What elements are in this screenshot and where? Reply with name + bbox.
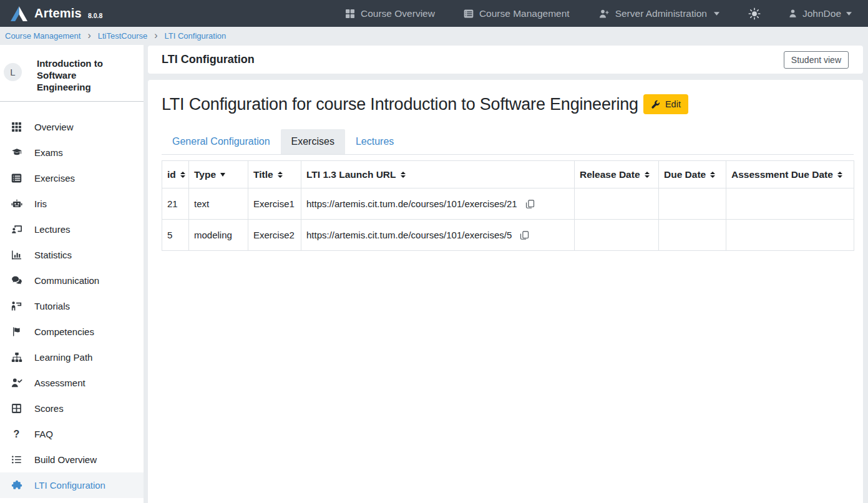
tab-general-configuration[interactable]: General Configuration [162, 129, 281, 154]
sidebar-item-label: Scores [34, 403, 64, 414]
artemis-logo-icon [10, 6, 28, 22]
column-label: Title [253, 169, 273, 180]
sidebar-item-communication[interactable]: Communication [0, 268, 144, 293]
wrench-icon [651, 100, 660, 109]
list-ul-icon [10, 454, 23, 465]
comments-icon [10, 275, 23, 286]
column-label: Release Date [580, 169, 640, 180]
table-cells-large-icon [345, 9, 355, 19]
nav-server-administration[interactable]: Server Administration [598, 8, 719, 19]
sidebar-item-learning-path[interactable]: Learning Path [0, 344, 144, 370]
sidebar-item-tutorials[interactable]: Tutorials [0, 293, 144, 319]
cell-id: 5 [162, 220, 189, 251]
cell-due-date [659, 188, 726, 220]
sidebar-item-competencies[interactable]: Competencies [0, 319, 144, 344]
user-check-icon [10, 378, 23, 388]
course-sidebar: L Introduction to Software Engineering O… [0, 45, 144, 503]
cell-launch-url: https://artemis.cit.tum.de/courses/101/e… [301, 220, 575, 251]
sidebar-item-iris[interactable]: Iris [0, 191, 144, 217]
sidebar-item-overview[interactable]: Overview [0, 114, 144, 140]
user-menu[interactable]: JohnDoe [788, 8, 852, 19]
graduation-cap-icon [10, 147, 23, 158]
course-title: Introduction to Software Engineering [37, 57, 118, 93]
lti-configuration-card: LTI Configuration for course Introductio… [148, 80, 863, 503]
brand[interactable]: Artemis 8.0.8 [10, 6, 102, 22]
course-header: L Introduction to Software Engineering [0, 45, 144, 102]
sidebar-item-lti-configuration[interactable]: LTI Configuration [0, 472, 144, 498]
sidebar-item-label: Communication [34, 275, 99, 286]
cell-release-date [575, 220, 659, 251]
sidebar-item-label: FAQ [34, 429, 53, 439]
tab-bar: General Configuration Exercises Lectures [162, 129, 854, 155]
chart-column-icon [10, 250, 23, 260]
nav-label: Course Overview [361, 8, 435, 19]
sidebar-item-build-overview[interactable]: Build Overview [0, 447, 144, 472]
breadcrumb-course-management[interactable]: Course Management [5, 31, 80, 41]
sort-desc-icon [220, 173, 225, 177]
sidebar-item-assessment[interactable]: Assessment [0, 370, 144, 396]
caret-down-icon [714, 12, 719, 16]
sidebar-item-exercises[interactable]: Exercises [0, 165, 144, 191]
table-row: 5 modeling Exercise2 https://artemis.cit… [162, 220, 854, 251]
nav-course-management[interactable]: Course Management [464, 8, 570, 19]
sitemap-icon [10, 352, 23, 363]
student-view-button[interactable]: Student view [784, 51, 849, 69]
column-header-type[interactable]: Type [189, 161, 248, 188]
user-plus-icon [598, 9, 610, 19]
column-label: Assessment Due Date [731, 169, 833, 180]
sidebar-item-label: Learning Path [34, 352, 92, 363]
cell-title: Exercise1 [248, 188, 301, 220]
brand-version: 8.0.8 [88, 12, 102, 19]
sidebar-item-faq[interactable]: ? FAQ [0, 421, 144, 447]
copy-url-button[interactable] [520, 230, 529, 240]
sidebar-item-label: Tutorials [34, 301, 70, 311]
sidebar-item-label: Competencies [34, 326, 94, 337]
tab-lectures[interactable]: Lectures [345, 129, 404, 154]
copy-url-button[interactable] [525, 199, 535, 209]
column-label: Type [194, 169, 216, 180]
user-name: JohnDoe [802, 8, 841, 19]
sort-icon [710, 172, 715, 178]
sidebar-item-lectures[interactable]: Lectures [0, 217, 144, 242]
edit-button[interactable]: Edit [643, 94, 688, 114]
cell-release-date [575, 188, 659, 220]
sidebar-item-label: LTI Configuration [34, 480, 105, 491]
flag-icon [10, 326, 23, 337]
column-label: id [167, 169, 176, 180]
nav-label: Server Administration [615, 8, 707, 19]
column-header-release-date[interactable]: Release Date [575, 161, 659, 188]
main-content: LTI Configuration Student view LTI Confi… [148, 46, 863, 503]
sidebar-item-label: Iris [34, 198, 47, 209]
table-icon [10, 403, 23, 414]
sun-icon[interactable] [748, 7, 761, 20]
column-header-launch-url[interactable]: LTI 1.3 Launch URL [301, 161, 575, 188]
table-header-row: id Type Title LTI 1.3 Launch URL [162, 161, 854, 188]
cell-assessment-due-date [726, 220, 854, 251]
person-chalkboard-icon [10, 301, 23, 311]
nav-links: Course Overview Course Management [345, 8, 719, 19]
nav-course-overview[interactable]: Course Overview [345, 8, 435, 19]
breadcrumb: Course Management › LtiTestCourse › LTI … [0, 27, 868, 45]
table-list-icon [464, 9, 474, 19]
cell-due-date [659, 220, 726, 251]
column-label: LTI 1.3 Launch URL [306, 169, 396, 180]
column-header-assessment-due-date[interactable]: Assessment Due Date [726, 161, 854, 188]
column-header-id[interactable]: id [162, 161, 189, 188]
section-heading: LTI Configuration for course Introductio… [162, 95, 638, 114]
cell-type: text [189, 188, 248, 220]
breadcrumb-course[interactable]: LtiTestCourse [98, 31, 147, 41]
chevron-right-icon: › [87, 30, 90, 41]
sidebar-item-exams[interactable]: Exams [0, 140, 144, 165]
sidebar-item-scores[interactable]: Scores [0, 396, 144, 421]
column-header-title[interactable]: Title [248, 161, 301, 188]
column-header-due-date[interactable]: Due Date [659, 161, 726, 188]
sidebar-item-label: Lectures [34, 224, 71, 235]
section-heading-row: LTI Configuration for course Introductio… [162, 94, 854, 114]
tab-exercises[interactable]: Exercises [281, 129, 345, 154]
chalkboard-user-icon [10, 224, 23, 235]
sort-icon [278, 172, 283, 178]
sidebar-item-statistics[interactable]: Statistics [0, 242, 144, 268]
caret-down-icon [846, 12, 852, 16]
breadcrumb-lti-configuration[interactable]: LTI Configuration [165, 31, 227, 41]
sidebar-item-label: Exams [34, 147, 63, 158]
